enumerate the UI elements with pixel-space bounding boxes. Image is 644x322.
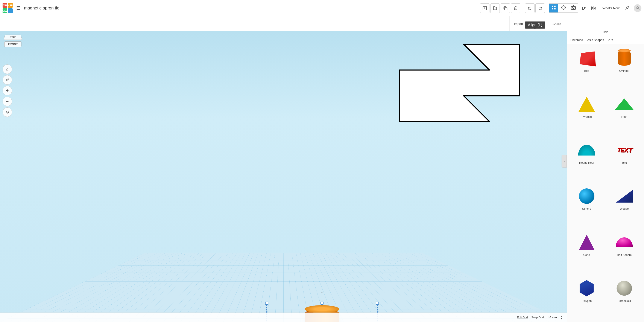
wedge-shape <box>616 190 633 203</box>
shape-item-half-sphere[interactable]: Half Sphere <box>607 231 642 273</box>
logo-t: TIN <box>2 3 7 8</box>
svg-point-7 <box>572 7 574 9</box>
share-button[interactable]: Share <box>548 16 640 31</box>
snap-grid-value: 1.0 mm <box>547 316 557 319</box>
mirror-button[interactable] <box>590 4 598 13</box>
pyramid-preview <box>577 95 596 114</box>
user-avatar[interactable] <box>634 4 642 12</box>
logo-i: KER <box>8 3 13 8</box>
wedge-preview <box>614 186 634 206</box>
polygon-shape <box>580 280 594 296</box>
cylinder-label: Cylinder <box>619 69 630 72</box>
svg-rect-3 <box>554 6 556 7</box>
pyramid-shape <box>578 97 595 112</box>
redo-button[interactable] <box>536 4 545 13</box>
grid <box>0 253 567 322</box>
shape-item-polygon[interactable]: Polygon <box>570 277 604 319</box>
zoom-out-btn[interactable]: − <box>2 97 12 106</box>
sphere-preview <box>577 186 596 206</box>
cylinder-preview <box>614 49 634 68</box>
pyramid-label: Pyramid <box>582 115 592 118</box>
text-shape: TEXT <box>618 147 632 154</box>
svg-marker-13 <box>594 7 596 10</box>
project-name: magnetic apron tie <box>24 6 478 11</box>
box-shape <box>580 51 596 66</box>
box-preview <box>577 49 596 68</box>
view-mode-group <box>549 4 578 13</box>
toolbar2: Import Export Share <box>0 16 644 31</box>
shape-item-pyramid[interactable]: Pyramid <box>570 93 604 135</box>
svg-rect-5 <box>554 8 556 10</box>
paraboloid-preview <box>614 279 634 298</box>
cylinder-shape <box>618 51 631 66</box>
half-sphere-preview <box>614 233 634 252</box>
undo-redo-group <box>525 4 545 13</box>
round-roof-preview <box>577 141 596 160</box>
paraboloid-shape <box>616 280 632 296</box>
polygon-preview <box>577 279 596 298</box>
shapes-category-label: Tinkercad <box>570 38 583 42</box>
orbit-btn[interactable]: ↺ <box>2 75 12 85</box>
polygon-label: Polygon <box>582 299 592 302</box>
half-sphere-label: Half Sphere <box>617 253 632 256</box>
svg-rect-2 <box>552 6 553 7</box>
shapes-grid: Box Cylinder Pyramid Roof <box>567 44 644 322</box>
logo-n: CAD <box>2 8 7 13</box>
logo-k <box>8 8 13 13</box>
top-right-actions: What's New <box>547 4 642 13</box>
user-add-button[interactable] <box>624 4 632 13</box>
hamburger-menu[interactable]: ☰ <box>15 4 22 12</box>
left-controls: ⌂ ↺ + − ⊙ <box>2 65 12 117</box>
new-button[interactable] <box>480 4 490 13</box>
toolbar-actions <box>480 4 520 13</box>
view-cube-front[interactable]: FRONT <box>4 42 22 47</box>
annotation-arrow <box>395 40 524 126</box>
reset-view-btn[interactable]: ⊙ <box>2 107 12 117</box>
sphere-shape <box>579 188 594 204</box>
snap-grid-stepper[interactable]: ▲ ▼ <box>560 315 562 320</box>
svg-rect-4 <box>552 8 553 10</box>
view-cube: TOP FRONT <box>4 34 22 65</box>
text-preview: TEXT <box>614 141 634 160</box>
topbar: TIN KER CAD ☰ magnetic apron tie <box>0 0 644 16</box>
dropdown-arrow: ▼ <box>611 39 614 42</box>
svg-rect-1 <box>505 7 507 10</box>
round-roof-shape <box>578 145 595 156</box>
delete-button[interactable] <box>511 4 520 13</box>
svg-marker-18 <box>399 44 520 122</box>
shape-item-sphere[interactable]: Sphere <box>570 185 604 227</box>
duplicate-button[interactable] <box>500 4 510 13</box>
align-tooltip: Align (L) <box>525 22 545 29</box>
align-button[interactable] <box>580 4 588 13</box>
status-bar: Edit Grid Snap Grid 1.0 mm ▲ ▼ <box>0 312 567 322</box>
shape-item-cylinder[interactable]: Cylinder <box>607 47 642 89</box>
zoom-in-btn[interactable]: + <box>2 86 12 95</box>
half-sphere-shape <box>616 237 633 247</box>
shape-item-cone[interactable]: Cone <box>570 231 604 273</box>
shape-item-text[interactable]: TEXT Text <box>607 139 642 181</box>
text-label: Text <box>622 161 627 164</box>
shape-item-paraboloid[interactable]: Paraboloid <box>607 277 642 319</box>
snap-grid-label: Snap Grid <box>531 316 544 319</box>
canvas[interactable]: ↑ ↻ ↕ <box>0 31 567 322</box>
panel-collapse-tab[interactable]: › <box>562 155 567 168</box>
scene-view-btn[interactable] <box>559 4 568 13</box>
undo-button[interactable] <box>525 4 534 13</box>
camera-btn[interactable] <box>569 4 578 13</box>
shape-item-box[interactable]: Box <box>570 47 604 89</box>
shape-item-round-roof[interactable]: Round Roof <box>570 139 604 181</box>
view-cube-top[interactable]: TOP <box>4 35 22 40</box>
svg-point-17 <box>637 7 638 8</box>
home-view-btn[interactable]: ⌂ <box>2 65 12 74</box>
shape-item-wedge[interactable]: Wedge <box>607 185 642 227</box>
whats-new-button[interactable]: What's New <box>599 5 622 11</box>
right-panel: Workplane Ruler Hole Tinkercad Basic Sha… <box>567 0 644 322</box>
wedge-label: Wedge <box>620 207 629 210</box>
open-button[interactable] <box>490 4 500 13</box>
edit-grid-btn[interactable]: Edit Grid <box>517 316 528 319</box>
shape-item-roof[interactable]: Roof <box>607 93 642 135</box>
grid-view-btn[interactable] <box>549 4 558 13</box>
roof-label: Roof <box>622 115 627 118</box>
shapes-dropdown[interactable]: Basic Shapes Text & Numbers Connectors <box>585 38 610 42</box>
sphere-label: Sphere <box>582 207 591 210</box>
